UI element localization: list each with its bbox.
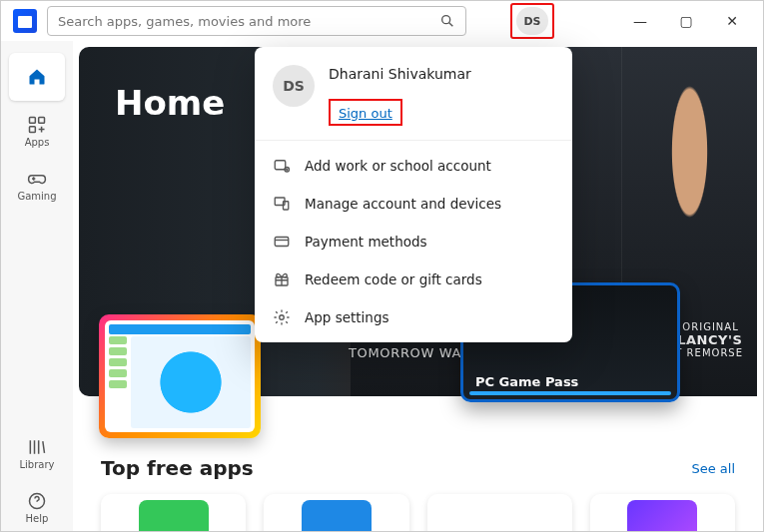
app-card[interactable] [427,494,572,531]
window-controls: — ▢ ✕ [617,5,755,37]
home-icon [27,67,47,87]
menu-item-payment[interactable]: Payment methods [255,223,572,261]
sidebar-item-label: Help [26,513,49,524]
svg-rect-2 [30,117,36,123]
svg-point-12 [280,315,285,320]
add-account-icon [273,157,291,175]
mini-card-art [131,336,251,428]
sidebar-item-gaming[interactable]: Gaming [9,161,65,209]
account-menu: DS Dharani Shivakumar Sign out Add work … [255,47,572,342]
menu-item-label: App settings [305,309,389,325]
menu-item-label: Add work or school account [305,158,491,174]
sign-out-link[interactable]: Sign out [339,106,392,121]
sidebar-item-library[interactable]: Library [9,429,65,477]
app-tile-icon [139,500,209,531]
app-window: DS — ▢ ✕ Apps Gaming Library [0,0,764,532]
user-email-redacted [329,83,508,93]
menu-item-settings[interactable]: App settings [255,298,572,336]
page-title: Home [115,83,225,123]
highlight-signout: Sign out [329,99,402,126]
hero-caption-left: TOMORROW WAR [349,345,471,360]
sidebar: Apps Gaming Library Help [1,41,73,531]
app-tile-icon [302,500,372,531]
svg-rect-6 [275,161,286,170]
see-all-link[interactable]: See all [691,461,735,476]
title-bar: DS — ▢ ✕ [1,1,763,41]
svg-line-1 [449,23,453,27]
sidebar-item-home[interactable] [9,53,65,101]
app-card[interactable] [264,494,408,531]
gear-icon [273,308,291,326]
profile-button[interactable]: DS [516,7,548,35]
apps-icon [27,115,47,135]
app-tile-icon [464,500,534,531]
carousel-card-label: PC Game Pass [475,374,578,389]
search-icon[interactable] [439,13,455,29]
menu-item-manage[interactable]: Manage account and devices [255,185,572,223]
app-card[interactable] [590,494,735,531]
card-icon [273,233,291,251]
menu-item-redeem[interactable]: Redeem code or gift cards [255,261,572,298]
menu-avatar: DS [273,65,315,107]
app-card[interactable] [101,494,246,531]
devices-icon [273,195,291,213]
user-name: Dharani Shivakumar [329,65,508,83]
search-input[interactable] [58,14,439,29]
svg-rect-4 [30,126,36,132]
apps-row [73,480,763,531]
section-title: Top free apps [101,456,254,480]
menu-item-label: Redeem code or gift cards [305,271,482,287]
help-icon [27,491,47,511]
sidebar-item-label: Library [20,459,55,470]
menu-item-label: Manage account and devices [305,196,501,212]
highlight-avatar: DS [510,3,554,39]
search-box[interactable] [47,6,466,36]
sidebar-item-help[interactable]: Help [9,483,65,531]
minimize-button[interactable]: — [617,5,663,37]
carousel-card[interactable] [99,314,261,438]
maximize-button[interactable]: ▢ [663,5,709,37]
sidebar-item-apps[interactable]: Apps [9,107,65,155]
sidebar-item-label: Apps [25,137,50,148]
store-logo-icon [13,9,37,33]
gaming-icon [27,169,47,189]
menu-item-label: Payment methods [305,234,427,250]
close-button[interactable]: ✕ [709,5,755,37]
sidebar-item-label: Gaming [17,191,56,202]
gift-icon [273,270,291,288]
svg-rect-3 [39,117,45,123]
svg-point-0 [442,16,450,24]
menu-item-add-account[interactable]: Add work or school account [255,147,572,185]
library-icon [27,437,47,457]
svg-rect-10 [275,238,289,247]
app-tile-icon [627,500,697,531]
section-header: Top free apps See all [73,456,763,480]
